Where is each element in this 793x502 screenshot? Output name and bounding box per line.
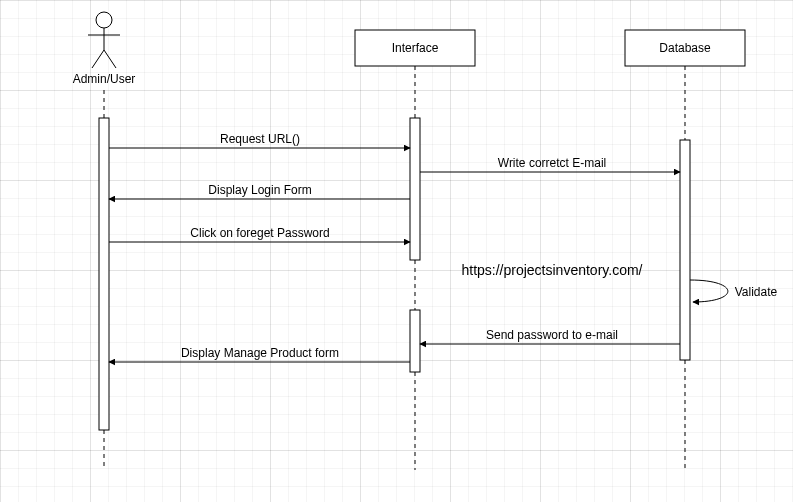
sequence-diagram: Admin/User Interface Database Request UR…	[0, 0, 793, 502]
admin-activation	[99, 118, 109, 430]
interface-activation-2	[410, 310, 420, 372]
msg-request-url-label: Request URL()	[220, 132, 300, 146]
msg-validate-label: Validate	[735, 285, 778, 299]
msg-display-manage-label: Display Manage Product form	[181, 346, 339, 360]
svg-line-3	[92, 50, 104, 68]
actor-admin-label: Admin/User	[73, 72, 136, 86]
database-activation	[680, 140, 690, 360]
msg-display-login-label: Display Login Form	[208, 183, 311, 197]
svg-point-0	[96, 12, 112, 28]
node-interface-label: Interface	[392, 41, 439, 55]
watermark-text: https://projectsinventory.com/	[461, 262, 642, 278]
node-database: Database	[625, 30, 745, 66]
node-database-label: Database	[659, 41, 711, 55]
node-interface: Interface	[355, 30, 475, 66]
interface-activation-1	[410, 118, 420, 260]
msg-send-pw-label: Send password to e-mail	[486, 328, 618, 342]
msg-write-email-label: Write corretct E-mail	[498, 156, 606, 170]
actor-admin: Admin/User	[73, 12, 136, 86]
msg-validate: Validate	[690, 280, 778, 302]
msg-click-forget-label: Click on foreget Password	[190, 226, 329, 240]
svg-line-4	[104, 50, 116, 68]
